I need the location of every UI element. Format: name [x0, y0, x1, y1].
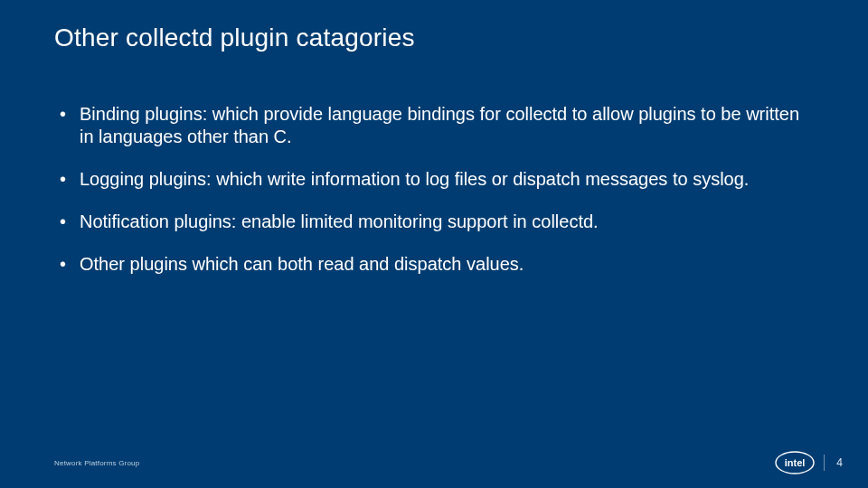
list-item: Notification plugins: enable limited mon… — [54, 211, 814, 233]
logo-text: intel — [785, 457, 806, 468]
page-number: 4 — [834, 456, 843, 469]
footer-group-label: Network Platforms Group — [54, 459, 139, 467]
intel-logo-icon: intel — [775, 451, 815, 474]
slide-footer: Network Platforms Group intel 4 — [0, 450, 868, 475]
list-item: Binding plugins: which provide language … — [54, 103, 814, 148]
footer-right: intel 4 — [775, 451, 843, 474]
slide-title: Other collectd plugin catagories — [54, 23, 814, 52]
footer-divider — [824, 455, 825, 471]
bullet-list: Binding plugins: which provide language … — [54, 103, 814, 276]
list-item: Logging plugins: which write information… — [54, 168, 814, 191]
slide: Other collectd plugin catagories Binding… — [0, 0, 868, 488]
list-item: Other plugins which can both read and di… — [54, 253, 814, 276]
